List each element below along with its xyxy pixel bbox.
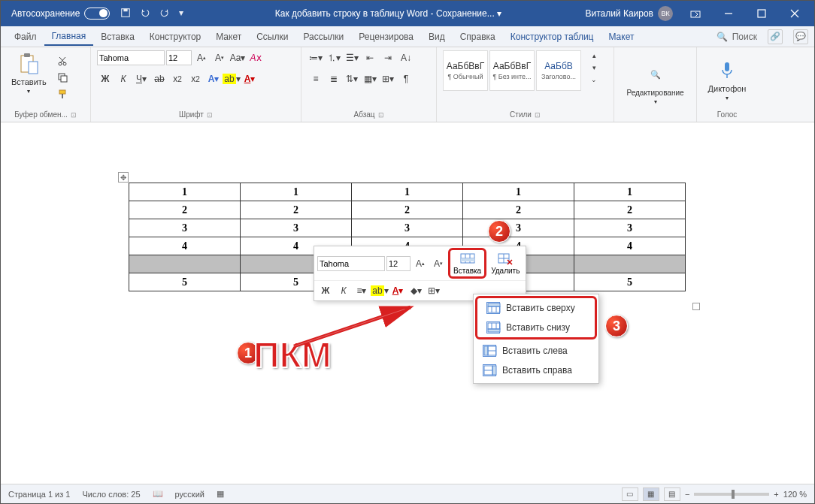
font-size-select[interactable] <box>166 50 192 65</box>
ribbon-options-icon[interactable] <box>679 1 712 26</box>
mini-italic-button[interactable]: К <box>335 282 352 299</box>
zoom-slider[interactable] <box>694 493 769 496</box>
mini-shading-button[interactable]: ◆▾ <box>408 282 424 299</box>
bullets-button[interactable]: ≔▾ <box>308 50 324 65</box>
copy-button[interactable] <box>54 70 71 85</box>
launcher-icon[interactable]: ⊡ <box>378 111 384 119</box>
style-heading1[interactable]: АаБбВЗаголово... <box>536 50 581 91</box>
status-proofing-icon[interactable]: 📖 <box>153 489 163 499</box>
autosave-toggle[interactable]: Автосохранение <box>11 8 110 20</box>
undo-icon[interactable] <box>140 8 152 20</box>
maximize-button[interactable] <box>745 1 778 26</box>
change-case-button[interactable]: Aa▾ <box>229 50 246 65</box>
cut-button[interactable] <box>54 53 71 68</box>
mini-bold-button[interactable]: Ж <box>317 282 334 299</box>
borders-button[interactable]: ⊞▾ <box>380 71 396 86</box>
status-macro-icon[interactable]: ▦ <box>217 489 224 499</box>
tab-table-layout[interactable]: Макет <box>601 29 641 45</box>
table-move-handle[interactable]: ✥ <box>118 172 129 183</box>
launcher-icon[interactable]: ⊡ <box>71 111 77 119</box>
share-button[interactable]: 🔗 <box>768 29 783 44</box>
subscript-button[interactable]: x2 <box>169 71 186 86</box>
status-word-count[interactable]: Число слов: 25 <box>82 490 140 499</box>
mini-font-select[interactable] <box>317 256 385 271</box>
font-color-button[interactable]: A▾ <box>241 71 258 86</box>
shading-button[interactable]: ▦▾ <box>362 71 378 86</box>
superscript-button[interactable]: x2 <box>187 71 204 86</box>
mini-insert-button[interactable]: Вставка <box>448 248 486 279</box>
styles-up-icon[interactable]: ▴ <box>586 50 602 61</box>
format-painter-button[interactable] <box>54 86 71 101</box>
redo-icon[interactable] <box>159 8 171 20</box>
styles-down-icon[interactable]: ▾ <box>586 62 602 73</box>
menu-insert-right[interactable]: Вставить справа <box>474 361 598 380</box>
tab-insert[interactable]: Вставка <box>93 29 142 45</box>
launcher-icon[interactable]: ⊡ <box>535 111 541 119</box>
bold-button[interactable]: Ж <box>97 71 114 86</box>
minimize-button[interactable] <box>712 1 745 26</box>
mini-shrink-font-button[interactable]: A▾ <box>430 255 447 272</box>
save-icon[interactable] <box>120 8 132 20</box>
menu-insert-left[interactable]: Вставить слева <box>474 341 598 361</box>
grow-font-button[interactable]: A▴ <box>193 50 210 65</box>
view-print-button[interactable]: ▦ <box>643 487 659 501</box>
user-account[interactable]: Виталий Каиров ВК <box>585 6 673 21</box>
mini-highlight-button[interactable]: ab▾ <box>371 282 388 299</box>
align-center-button[interactable]: ≣ <box>326 71 342 86</box>
clear-format-button[interactable]: A𝗑 <box>247 50 264 65</box>
comments-button[interactable]: 💬 <box>793 29 808 44</box>
highlight-button[interactable]: ab▾ <box>223 71 240 86</box>
search-box[interactable]: 🔍 Поиск 🔗 💬 <box>717 29 814 44</box>
launcher-icon[interactable]: ⊡ <box>207 111 213 119</box>
menu-insert-above[interactable]: Вставить сверху <box>477 298 595 318</box>
strike-button[interactable]: ab <box>151 71 168 86</box>
mini-grow-font-button[interactable]: A▴ <box>412 255 429 272</box>
decrease-indent-button[interactable]: ⇤ <box>362 50 378 65</box>
font-name-select[interactable] <box>97 50 165 65</box>
status-language[interactable]: русский <box>175 490 205 499</box>
tab-table-design[interactable]: Конструктор таблиц <box>503 29 601 45</box>
tab-references[interactable]: Ссылки <box>249 29 295 45</box>
mini-delete-button[interactable]: Удалить <box>488 250 523 276</box>
zoom-in-button[interactable]: + <box>774 490 778 499</box>
text-effects-button[interactable]: A▾ <box>205 71 222 86</box>
tab-help[interactable]: Справка <box>453 29 503 45</box>
menu-insert-below[interactable]: Вставить снизу <box>477 318 595 337</box>
style-gallery[interactable]: АаБбВвГ¶ Обычный АаБбВвГ¶ Без инте... Аа… <box>443 50 581 91</box>
editing-button[interactable]: 🔍 Редактирование ▾ <box>622 62 688 107</box>
mini-font-color-button[interactable]: A▾ <box>389 282 406 299</box>
tab-home[interactable]: Главная <box>44 28 94 46</box>
multilevel-button[interactable]: ☰▾ <box>344 50 360 65</box>
show-hide-button[interactable]: ¶ <box>398 71 414 86</box>
mini-size-select[interactable] <box>386 256 411 271</box>
qat-dropdown-icon[interactable]: ▾ <box>179 8 191 20</box>
mini-align-button[interactable]: ≡▾ <box>353 282 370 299</box>
style-normal[interactable]: АаБбВвГ¶ Обычный <box>443 50 488 91</box>
tab-file[interactable]: Файл <box>7 29 44 45</box>
view-focus-button[interactable]: ▭ <box>622 487 638 501</box>
increase-indent-button[interactable]: ⇥ <box>380 50 396 65</box>
shrink-font-button[interactable]: A▾ <box>211 50 228 65</box>
toggle-switch[interactable] <box>84 8 110 20</box>
view-web-button[interactable]: ▤ <box>664 487 680 501</box>
zoom-out-button[interactable]: − <box>685 490 689 499</box>
paste-button[interactable]: Вставить ▾ <box>7 50 51 96</box>
tab-mailings[interactable]: Рассылки <box>295 29 351 45</box>
sort-button[interactable]: A↓ <box>398 50 414 65</box>
style-no-spacing[interactable]: АаБбВвГ¶ Без инте... <box>489 50 535 91</box>
styles-more-icon[interactable]: ⌄ <box>586 74 602 85</box>
close-button[interactable] <box>778 1 811 26</box>
mini-borders-button[interactable]: ⊞▾ <box>426 282 442 299</box>
numbering-button[interactable]: ⒈▾ <box>326 50 342 65</box>
dictate-button[interactable]: Диктофон ▾ <box>704 57 751 103</box>
status-page[interactable]: Страница 1 из 1 <box>8 490 70 499</box>
italic-button[interactable]: К <box>115 71 132 86</box>
tab-view[interactable]: Вид <box>421 29 453 45</box>
table-resize-handle[interactable] <box>692 303 700 310</box>
tab-layout[interactable]: Макет <box>208 29 249 45</box>
zoom-level[interactable]: 120 % <box>783 490 807 499</box>
underline-button[interactable]: Ч▾ <box>133 71 150 86</box>
align-left-button[interactable]: ≡ <box>308 71 324 86</box>
tab-design[interactable]: Конструктор <box>142 29 208 45</box>
line-spacing-button[interactable]: ⇅▾ <box>344 71 360 86</box>
